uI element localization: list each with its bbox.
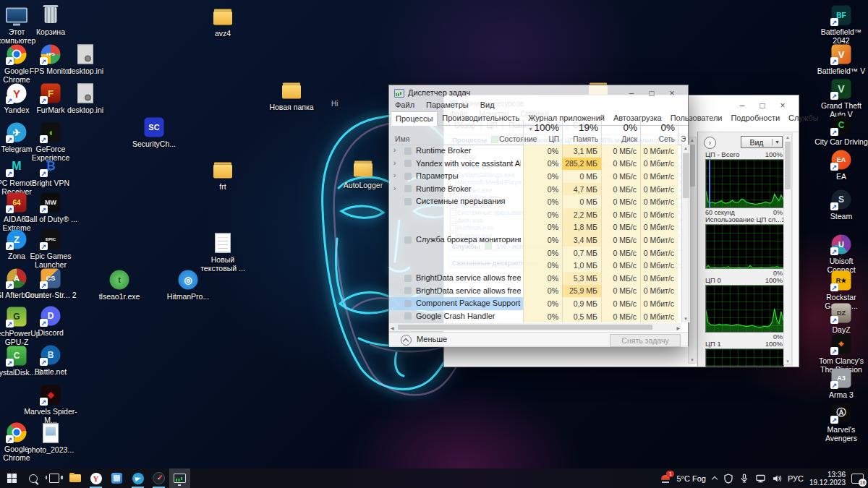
maximize-button[interactable]: □	[752, 98, 773, 113]
fewer-details-button[interactable]: Меньше	[417, 335, 447, 343]
column-header-partial[interactable]: Э	[678, 120, 690, 145]
window-edge-scrollbar[interactable]	[792, 132, 799, 367]
horizontal-scrollbar[interactable]: ◀ ▶	[389, 323, 681, 331]
desktop-icon-avz4[interactable]: avz4	[196, 6, 250, 38]
process-icon	[404, 173, 412, 180]
desktop-icon-steam[interactable]: S↗Steam	[814, 189, 868, 221]
table-row[interactable]: ›Runtime Broker0%4,7 МБ0 МБ/с0 Мбит/с	[389, 183, 681, 196]
tab-процессы[interactable]: Процессы	[391, 111, 438, 126]
process-table-header[interactable]: Имя Состояние ▾100% ЦП 19% Память 0% Дис…	[389, 126, 681, 145]
clock[interactable]: 13:36 19.12.2023	[809, 471, 846, 487]
shortcut-arrow-icon: ↗	[830, 57, 838, 65]
table-row[interactable]: 0%2,2 МБ0 МБ/с0 Мбит/с	[389, 208, 681, 221]
column-header-network[interactable]: 0% Сеть	[640, 120, 678, 145]
table-row[interactable]: ›Параметры0%0 МБ0 МБ/с0 Мбит/с	[389, 170, 681, 183]
expand-icon[interactable]: ›	[393, 146, 396, 154]
tab-производительность[interactable]: Производительность	[438, 111, 524, 125]
task-manager-titlebar[interactable]: Диспетчер задач – □ ×	[389, 85, 688, 101]
table-row[interactable]: ›Yandex with voice assistant Alic...0%28…	[389, 158, 681, 171]
desktop-icon-ubisoft-connect[interactable]: U↗Ubisoft Connect	[814, 234, 868, 274]
weather-alert-icon[interactable]: 1	[660, 474, 671, 483]
table-row[interactable]: Google Crash Handler0%0,5 МБ0 МБ/с0 Мбит…	[389, 310, 681, 322]
graphs-panel-scrollbar[interactable]: ▲ ▼	[783, 134, 792, 365]
fewer-details-icon[interactable]	[401, 335, 412, 346]
table-row[interactable]: Component Package Support S...0%0,9 МБ0 …	[389, 297, 681, 310]
menu-item-параметры[interactable]: Параметры	[420, 100, 475, 111]
taskbar-item-file-explorer[interactable]	[64, 468, 85, 488]
desktop-icon-discord[interactable]: D↗Discord	[24, 305, 77, 337]
desktop-icon-desktop-ini[interactable]: desktop.ini	[59, 43, 112, 75]
desktop-icon-dayz[interactable]: DZ↗DayZ	[814, 302, 868, 334]
desktop-icon-call-of-duty[interactable]: MW↗Call of Duty® ...	[24, 192, 77, 223]
column-header-cpu[interactable]: ▾100% ЦП	[523, 120, 563, 145]
task-manager-window[interactable]: Диспетчер задач – □ × ФайлПараметрыВид П…	[388, 85, 689, 346]
taskbar-item-start[interactable]	[1, 468, 22, 488]
table-row[interactable]: Служба брокера мониторинга...0%3,4 МБ0 М…	[389, 234, 681, 247]
desktop-icon-корзина[interactable]: Корзина	[24, 4, 77, 36]
language-indicator[interactable]: РУС	[788, 474, 804, 483]
desktop-icon-hitmanpro[interactable]: ◎HitmanPro...	[161, 269, 215, 301]
taskbar-item-task-manager[interactable]	[169, 468, 190, 488]
close-button[interactable]: ×	[662, 85, 682, 100]
speaker-icon[interactable]	[772, 474, 782, 484]
end-task-button[interactable]: Снять задачу	[610, 334, 681, 347]
desktop-icon-battlefield-v[interactable]: V↗Battlefield™ V	[814, 43, 868, 75]
shortcut-arrow-icon: ↗	[830, 316, 838, 324]
menu-item-файл[interactable]: Файл	[389, 100, 420, 111]
column-header-memory[interactable]: 19% Память	[562, 120, 602, 145]
desktop-icon-новый-текстовый[interactable]: Новый текстовый ...	[196, 232, 250, 273]
expand-icon[interactable]: ›	[393, 184, 396, 192]
microphone-icon[interactable]	[739, 474, 749, 484]
taskbar-item-telegram[interactable]	[127, 468, 148, 488]
taskbar-item-gauge[interactable]	[148, 468, 169, 488]
expand-icon[interactable]: ›	[393, 171, 396, 179]
table-row[interactable]: 0%1,0 МБ0 МБ/с0 Мбит/с	[389, 259, 681, 272]
cell-cpu: 0%	[523, 259, 562, 272]
desktop-icon-epic-games-launcher[interactable]: EPIC↗Epic Games Launcher	[24, 228, 77, 269]
panel-expand-button[interactable]: ›	[704, 137, 716, 149]
table-row[interactable]: 0%0,7 МБ0 МБ/с0 Мбит/с	[389, 247, 681, 260]
desktop-icon-autologger[interactable]: AutoLogger	[336, 158, 390, 189]
close-button[interactable]: ×	[773, 98, 793, 113]
minimize-button[interactable]: –	[621, 85, 642, 100]
expand-icon[interactable]: ›	[393, 159, 396, 167]
desktop-icon-counter-str-2[interactable]: CS↗Counter-Str... 2	[24, 267, 77, 299]
security-shield-icon[interactable]	[723, 474, 733, 484]
table-row[interactable]: BrightData service allows free us...0%25…	[389, 285, 681, 298]
desktop-icon-marvel-s-avengers[interactable]: Ⓐ↗Marvel's Avengers	[814, 402, 868, 442]
desktop-icon-marvels-spider-m[interactable]: ◆↗Marvels Spider-M...	[24, 384, 77, 424]
desktop-icon-новая-папка[interactable]: Новая папка	[265, 80, 318, 111]
desktop-icon-desktop-ini[interactable]: desktop.ini	[59, 82, 112, 114]
desktop-icon-battlefield-2042[interactable]: BF↗Battlefield™ 2042	[814, 4, 868, 45]
desktop-icon-photo-2023[interactable]: photo_2023...	[24, 422, 77, 454]
desktop-icon-ea[interactable]: EA↗EA	[814, 149, 868, 181]
tab-службы[interactable]: Службы	[784, 111, 823, 125]
desktop-icon-bright-vpn[interactable]: ₿↗Bright VPN	[24, 155, 77, 187]
menu-item-вид[interactable]: Вид	[475, 100, 501, 111]
weather-text[interactable]: 5°C Fog	[676, 474, 705, 483]
notification-center-icon[interactable]: 16	[851, 474, 864, 484]
column-header-name[interactable]: Имя	[395, 134, 409, 143]
network-icon[interactable]	[755, 474, 766, 484]
table-row[interactable]: Системные прерывания0%0 МБ0 МБ/с0 Мбит/с	[389, 195, 681, 208]
desktop-icon-tlseao1r-exe[interactable]: ttlseao1r.exe	[93, 269, 146, 301]
desktop-icon-securitych[interactable]: SCSecurityCh...	[127, 116, 181, 148]
column-header-disk[interactable]: 0% Диск	[601, 120, 641, 145]
table-row[interactable]: ›Runtime Broker0%3,1 МБ0 МБ/с0 Мбит/с	[389, 145, 681, 158]
hidden-icons-chevron[interactable]	[712, 476, 718, 482]
taskbar-item-search[interactable]	[22, 468, 43, 488]
view-dropdown-button[interactable]: Вид ▾	[741, 136, 783, 148]
table-row[interactable]: 0%1,8 МБ0 МБ/с0 Мбит/с	[389, 221, 681, 234]
vertical-scrollbar[interactable]: ▲ ▼	[681, 145, 690, 322]
taskbar-item-photos[interactable]	[106, 468, 127, 488]
maximize-button[interactable]: □	[642, 85, 662, 100]
minimize-button[interactable]: –	[732, 98, 752, 113]
taskbar-item-task-view[interactable]	[43, 468, 64, 488]
tab-подробности[interactable]: Подробности	[726, 111, 784, 125]
taskbar-item-yandex-browser[interactable]: Y	[85, 468, 106, 488]
desktop-icon-battle-net[interactable]: B↗Battle.net	[24, 344, 77, 376]
table-row[interactable]: BrightData service allows free us...0%5,…	[389, 272, 681, 285]
desktop-icon-frt[interactable]: frt	[196, 159, 250, 191]
desktop-icon-arma-3[interactable]: A3↗Arma 3	[814, 367, 868, 399]
cell-cpu: 0%	[523, 158, 562, 171]
